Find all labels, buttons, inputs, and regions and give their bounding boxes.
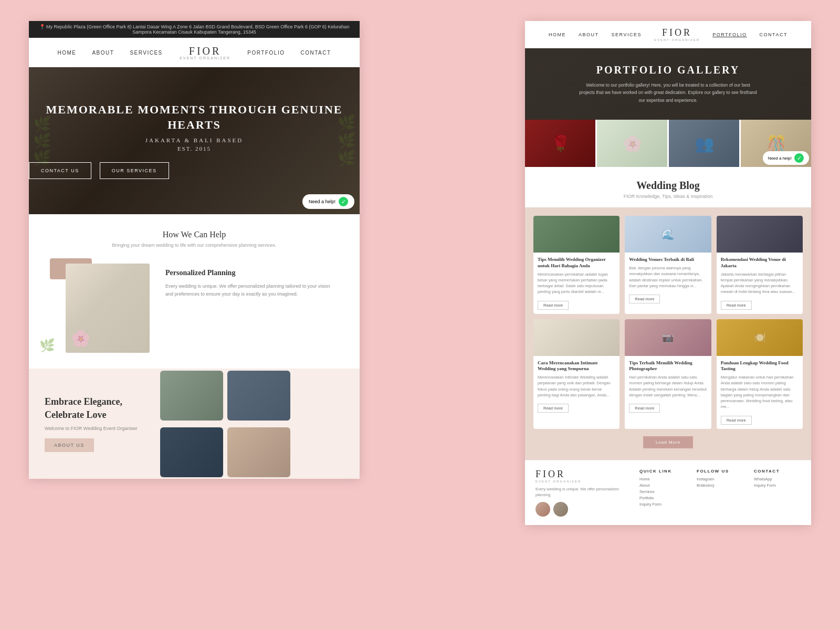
right-nav-contact[interactable]: CONTACT [760, 32, 788, 37]
footer-logo: FIOR [536, 469, 629, 480]
about-heading: Embrace Elegance, Celebrate Love [45, 395, 150, 422]
right-panel: HOME ABOUT SERVICES FIOR EVENT ORGANIZER… [525, 21, 811, 525]
footer-instagram[interactable]: Instagram [697, 477, 743, 481]
blog-card-body-1: Tips Memilih Wedding Organizer untuk Har… [533, 253, 620, 313]
blog-card-4: Cara Merencanakan Intimate Wedding yang … [533, 319, 620, 429]
footer-whatsapp[interactable]: WhatsApp [754, 477, 801, 481]
blog-card-title-4: Cara Merencanakan Intimate Wedding yang … [538, 360, 615, 372]
blog-card-title-2: Wedding Venues Terbaik di Bali [629, 257, 707, 263]
hero-location: JAKARTA & BALI BASED [29, 137, 360, 143]
help-image-block: 🌸 🌿 [50, 258, 155, 353]
footer-link-about[interactable]: About [639, 483, 686, 488]
portfolio-title: PORTFOLIO GALLERY [536, 64, 801, 76]
blog-cards-grid: Tips Memilih Wedding Organizer untuk Har… [533, 216, 803, 428]
feature-title: Personalized Planning [165, 269, 339, 277]
hero-title: MEMORABLE MOMENTS THROUGH GENUINE HEARTS [29, 102, 360, 132]
footer-logo-sub: EVENT ORGANIZER [536, 480, 629, 483]
blog-card-img-3 [717, 216, 803, 253]
nav-contact[interactable]: CONTACT [300, 50, 331, 56]
footer-link-services[interactable]: Services [639, 489, 686, 494]
blog-card-3: Rekomendasi Wedding Venue di Jakarta Jak… [717, 216, 803, 313]
top-bar: 📍 My Republic Plaza (Green Office Park 8… [29, 21, 360, 38]
blog-card-body-3: Rekomendasi Wedding Venue di Jakarta Jak… [717, 253, 803, 313]
footer-bridestory[interactable]: Bridestory [697, 483, 743, 488]
left-panel: 📍 My Republic Plaza (Green Office Park 8… [29, 21, 360, 479]
whatsapp-icon[interactable]: ✓ [339, 197, 348, 206]
hero-buttons: CONTACT US OUR SERVICES [29, 162, 360, 179]
right-nav-logo-sub: EVENT ORGANIZER [654, 38, 700, 41]
footer-link-home[interactable]: Home [639, 477, 686, 481]
nav-about[interactable]: ABOUT [92, 50, 114, 56]
footer-avatar-2 [553, 502, 568, 517]
footer-link-portfolio[interactable]: Portfolio [639, 496, 686, 500]
contact-us-button[interactable]: CONTACT US [29, 162, 91, 179]
footer-contact-title: CONTACT [754, 469, 801, 474]
read-more-btn-2[interactable]: Read more [629, 295, 660, 303]
read-more-btn-6[interactable]: Read more [721, 416, 752, 425]
footer-link-inquiry[interactable]: Inquiry Form [639, 502, 686, 507]
footer-avatar-row [536, 502, 629, 517]
about-image-2 [227, 371, 290, 421]
blog-card-text-2: Bali, dengan pesona alamnya yang menakju… [629, 265, 707, 289]
right-nav-services[interactable]: SERVICES [612, 32, 642, 37]
flower-decoration: 🌿 [39, 338, 55, 353]
load-more-button[interactable]: Load More [643, 436, 693, 448]
gallery-item-2[interactable]: 🌸 [597, 120, 667, 167]
footer-inquiry[interactable]: Inquiry Form [754, 483, 801, 488]
blog-card-img-1 [533, 216, 620, 253]
read-more-btn-3[interactable]: Read more [721, 301, 752, 310]
blog-card-5: 📷 Tips Terbaik Memilih Wedding Photograp… [625, 319, 711, 429]
read-more-btn-4[interactable]: Read more [538, 404, 569, 413]
read-more-btn-5[interactable]: Read more [629, 404, 660, 413]
nav-home[interactable]: HOME [57, 50, 76, 56]
blog-subtitle: FIOR Knowledge, Tips, Ideas & Inspiratio… [536, 194, 801, 199]
help-subtitle: Bringing your dream wedding to life with… [50, 243, 339, 248]
portfolio-header: PORTFOLIO GALLERY Welcome to our portfol… [525, 48, 811, 120]
right-nav-about[interactable]: ABOUT [579, 32, 599, 37]
footer-follow-title: FOLLOW US [697, 469, 743, 474]
whatsapp-icon-right[interactable]: ✓ [794, 153, 804, 163]
help-title: How We Can Help [50, 230, 339, 239]
blog-card-title-5: Tips Terbaik Memilih Wedding Photographe… [629, 360, 707, 372]
left-nav: HOME ABOUT SERVICES FIOR EVENT ORGANIZER… [29, 38, 360, 67]
about-us-button[interactable]: ABOUT US [45, 438, 94, 452]
our-services-button[interactable]: OUR SERVICES [100, 162, 169, 179]
right-nav-logo-block: FIOR EVENT ORGANIZER [654, 27, 700, 41]
footer-logo-block: FIOR EVENT ORGANIZER Every wedding is un… [536, 469, 629, 517]
hero-section: 🌿🌿🌿 🌿🌿🌿 MEMORABLE MOMENTS THROUGH GENUIN… [29, 67, 360, 214]
portfolio-gallery-wrapper: 🌹 🌸 👥 🎊 Need a help! ✓ [525, 120, 811, 167]
right-nav-home[interactable]: HOME [549, 32, 566, 37]
right-footer: FIOR EVENT ORGANIZER Every wedding is un… [525, 460, 811, 526]
need-help-badge[interactable]: Need a help! ✓ [302, 194, 354, 209]
blog-card-text-1: Merencanakan pernikahan adalah tugas bes… [538, 271, 615, 295]
right-nav: HOME ABOUT SERVICES FIOR EVENT ORGANIZER… [525, 21, 811, 48]
nav-services[interactable]: SERVICES [130, 50, 162, 56]
about-subtext: Welcome to FIOR Wedding Event Organiser [45, 426, 150, 431]
footer-follow-col: FOLLOW US Instagram Bridestory [697, 469, 743, 517]
blog-card-title-6: Panduan Lengkap Wedding Food Tasting [721, 360, 799, 372]
blog-card-text-4: Merencanakan Intimate Wedding adalah per… [538, 374, 615, 398]
blog-card-1: Tips Memilih Wedding Organizer untuk Har… [533, 216, 620, 313]
blog-card-title-3: Rekomendasi Wedding Venue di Jakarta [721, 257, 799, 269]
need-help-right-badge[interactable]: Need a help! ✓ [763, 151, 809, 165]
footer-quick-link-col: QUICK LINK Home About Services Portfolio… [639, 469, 686, 517]
nav-portfolio[interactable]: PORTFOLIO [247, 50, 285, 56]
blog-card-6: 🍽️ Panduan Lengkap Wedding Food Tasting … [717, 319, 803, 429]
read-more-btn-1[interactable]: Read more [538, 301, 569, 310]
blog-card-body-6: Panduan Lengkap Wedding Food Tasting Men… [717, 356, 803, 429]
blog-card-text-3: Jakarta menawarkan berbagai pilihan temp… [721, 271, 799, 295]
gallery-item-1[interactable]: 🌹 [525, 120, 595, 167]
right-nav-portfolio[interactable]: PORTFOLIO [712, 32, 747, 37]
feature-desc: Every wedding is unique. We offer person… [165, 282, 339, 299]
blog-card-text-5: Hari pernikahan Anda adalah satu-satu mo… [629, 374, 707, 398]
about-images [160, 371, 344, 477]
need-help-right-text: Need a help! [768, 156, 792, 161]
hero-established: EST. 2015 [29, 145, 360, 152]
help-text-block: Personalized Planning Every wedding is u… [165, 258, 339, 299]
gallery-item-3[interactable]: 👥 [669, 120, 739, 167]
nav-logo-block: FIOR EVENT ORGANIZER [178, 45, 232, 60]
blog-card-img-6: 🍽️ [717, 319, 803, 356]
blog-title: Wedding Blog [536, 180, 801, 192]
blog-card-img-2: 🌊 [625, 216, 711, 253]
top-bar-text: 📍 My Republic Plaza (Green Office Park 8… [39, 24, 350, 35]
